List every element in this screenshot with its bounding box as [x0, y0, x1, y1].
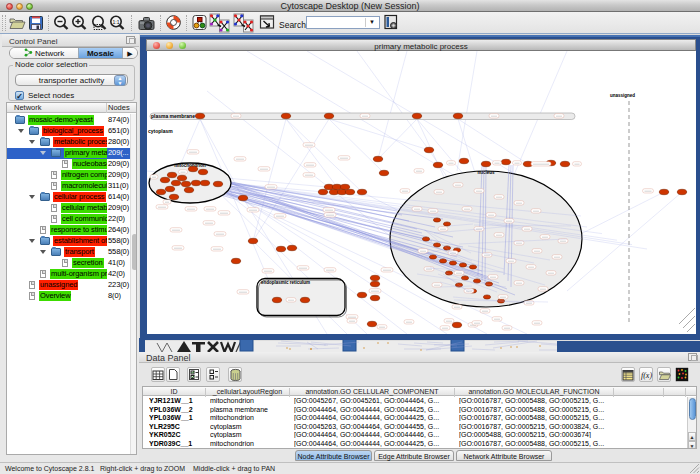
svg-text:plasma membrane: plasma membrane: [151, 113, 195, 119]
svg-text:f(x): f(x): [641, 371, 652, 380]
svg-text:cytoplasm: cytoplasm: [148, 128, 173, 134]
svg-text:1:1: 1:1: [113, 19, 120, 25]
svg-text:endoplasmic reticulum: endoplasmic reticulum: [261, 280, 310, 285]
svg-text:unassigned: unassigned: [610, 93, 635, 98]
